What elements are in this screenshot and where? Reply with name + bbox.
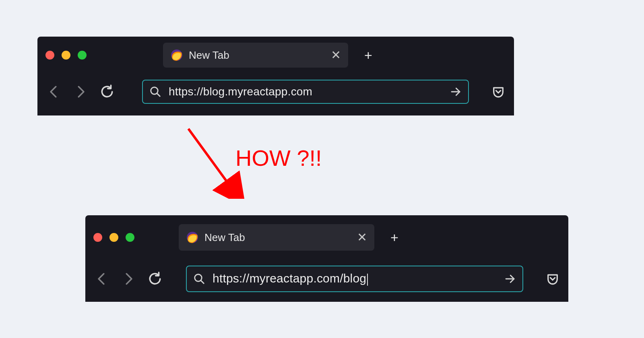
browser-window-bottom: New Tab ✕ + https://myreactapp.com/blog [85, 215, 568, 302]
reload-button[interactable] [147, 271, 163, 286]
close-tab-button[interactable]: ✕ [331, 49, 341, 61]
navigation-bar: https://myreactapp.com/blog [85, 260, 568, 298]
browser-tab[interactable]: New Tab ✕ [163, 43, 348, 68]
maximize-window-button[interactable] [126, 233, 134, 242]
browser-tab[interactable]: New Tab ✕ [179, 224, 374, 251]
forward-button[interactable] [73, 84, 88, 99]
new-tab-button[interactable]: + [364, 47, 372, 63]
forward-button[interactable] [121, 271, 136, 286]
back-button[interactable] [46, 84, 62, 99]
pocket-icon[interactable] [491, 85, 505, 99]
tab-title: New Tab [204, 231, 351, 244]
firefox-icon [186, 231, 199, 244]
go-button[interactable] [450, 86, 462, 98]
svg-line-2 [188, 129, 236, 194]
navigation-bar: https://blog.myreactapp.com [37, 74, 514, 110]
new-tab-button[interactable]: + [390, 230, 398, 245]
url-input[interactable]: https://myreactapp.com/blog [213, 272, 497, 285]
search-icon [149, 86, 161, 98]
tab-bar: New Tab ✕ + [37, 37, 514, 74]
browser-window-top: New Tab ✕ + https://blog.myreactapp.com [37, 37, 514, 115]
window-controls [45, 51, 87, 60]
firefox-icon [170, 49, 183, 62]
maximize-window-button[interactable] [78, 51, 87, 60]
minimize-window-button[interactable] [62, 51, 70, 60]
go-button[interactable] [504, 273, 516, 285]
window-controls [93, 233, 134, 242]
minimize-window-button[interactable] [109, 233, 118, 242]
url-bar[interactable]: https://myreactapp.com/blog [186, 266, 523, 292]
close-window-button[interactable] [45, 51, 54, 60]
close-window-button[interactable] [93, 233, 102, 242]
annotation-text: HOW ?!! [235, 145, 322, 171]
tab-bar: New Tab ✕ + [85, 215, 568, 260]
url-input[interactable]: https://blog.myreactapp.com [169, 85, 442, 98]
reload-button[interactable] [99, 84, 115, 99]
search-icon [193, 273, 205, 285]
close-tab-button[interactable]: ✕ [357, 231, 367, 243]
url-bar[interactable]: https://blog.myreactapp.com [142, 80, 469, 104]
back-button[interactable] [94, 271, 109, 286]
tab-title: New Tab [189, 49, 325, 62]
pocket-icon[interactable] [546, 272, 559, 286]
